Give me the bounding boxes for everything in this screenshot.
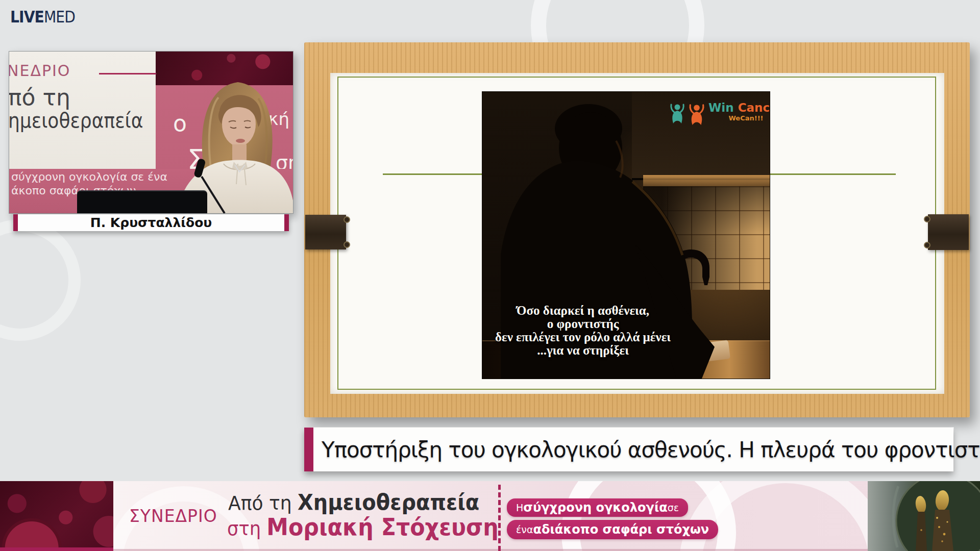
photo-caption-line: ο φροντιστής — [488, 317, 678, 331]
clip-nub — [924, 242, 930, 248]
backdrop-congress-word: ΝΕΔΡΙΟ — [9, 62, 70, 80]
podium-laptop — [77, 190, 207, 214]
speaker-webcam-video: ΝΕΔΡΙΟ πό τη ημειοθεραπεία ο ριακή Σ ση … — [9, 51, 293, 214]
slide-left-clip — [305, 215, 346, 249]
slide-paper: Όσο διαρκεί η ασθένεια, ο φροντιστής δεν… — [330, 73, 944, 394]
backdrop-title-line2: ημειοθεραπεία — [9, 109, 143, 132]
clip-nub — [344, 216, 350, 223]
banner-bottom-line — [113, 549, 868, 551]
win-cancer-tagline: WeCan!!! — [728, 115, 763, 121]
backdrop-strip-line1: σύγχρονη ογκολογία σε ένα — [11, 170, 167, 183]
banner-accent-bar — [0, 547, 113, 551]
slide-photo: Όσο διαρκεί η ασθένεια, ο φροντιστής δεν… — [482, 92, 770, 379]
talk-title: Υποστήριξη του ογκολογικού ασθενούς. Η π… — [322, 428, 980, 471]
congress-tagline-pill-1: Η σύγχρονη ογκολογία σε — [507, 498, 688, 517]
congress-title-line2: στη Μοριακή Στόχευση — [227, 513, 499, 541]
livestream-stage: LIVEMED ΝΕΔΡΙΟ πό τη ημειοθεραπεία ο ρια… — [0, 0, 980, 551]
congress-title-line1: Από τη Χημειοθεραπεία — [228, 490, 479, 515]
clip-nub — [344, 241, 350, 248]
talk-title-bar: Υποστήριξη του ογκολογικού ασθενούς. Η π… — [304, 428, 953, 471]
congress-tagline-pill-2: ένα αδιάκοπο σαφάρι στόχων — [507, 520, 718, 539]
livemed-logo-light: MED — [44, 7, 75, 27]
teal-person-icon — [669, 103, 686, 124]
backdrop-title-line1: πό τη — [9, 84, 70, 110]
slide-wood-frame: Όσο διαρκεί η ασθένεια, ο φροντιστής δεν… — [304, 42, 970, 417]
congress-banner: ΣΥΝΕΔΡΙΟ Από τη Χημειοθεραπεία στη Μορια… — [0, 481, 980, 551]
speaker-nameplate: Π. Κρυσταλλίδου — [13, 214, 289, 231]
photo-caption-line: δεν επιλέγει τον ρόλο αλλά μένει — [488, 331, 678, 344]
win-cancer-wordmark: Win Cancer — [708, 102, 770, 114]
win-cancer-logo: Win Cancer WeCan!!! — [669, 102, 768, 127]
speaker-name: Π. Κρυσταλλίδου — [13, 214, 289, 231]
photo-caption-line: ...για να στηρίξει — [488, 344, 678, 357]
congress-label: ΣΥΝΕΔΡΙΟ — [129, 506, 217, 526]
clip-nub — [924, 216, 930, 222]
banner-dashed-divider — [498, 485, 501, 551]
background-swirl-decoration — [0, 219, 81, 341]
livemed-logo: LIVEMED — [10, 7, 75, 27]
banner-sculpture-image — [868, 481, 980, 551]
banner-cells-image — [0, 481, 113, 551]
slide-right-clip — [928, 214, 969, 250]
win-cancer-figures — [669, 102, 706, 127]
photo-caption-text: Όσο διαρκεί η ασθένεια, ο φροντιστής δεν… — [488, 304, 678, 357]
banner-swirl-decoration — [679, 481, 892, 551]
title-bar-accent — [304, 428, 313, 471]
orange-person-icon — [688, 103, 706, 127]
livemed-logo-bold: LIVE — [10, 7, 44, 27]
photo-caption-line: Όσο διαρκεί η ασθένεια, — [488, 304, 678, 317]
